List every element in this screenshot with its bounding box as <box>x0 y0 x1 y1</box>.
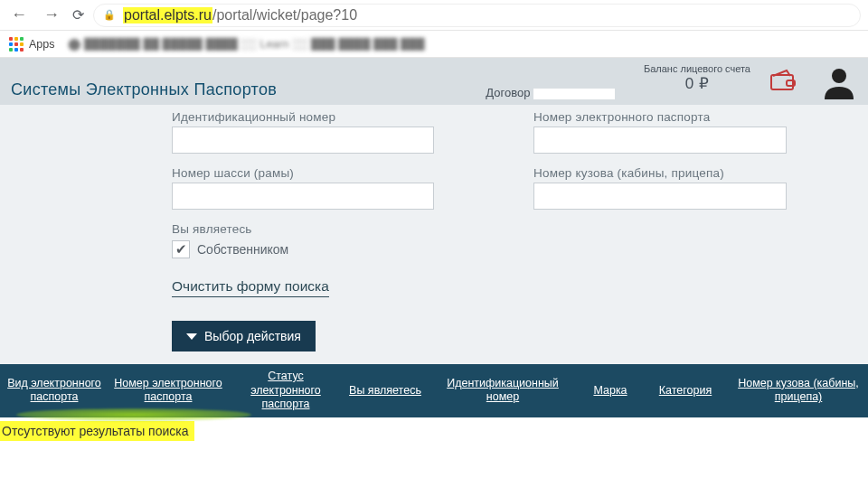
apps-icon <box>9 37 24 52</box>
results-table: Вид электронного паспорта Номер электрон… <box>0 364 868 417</box>
label-epass-number: Номер электронного паспорта <box>533 110 787 124</box>
input-epass-number[interactable] <box>533 127 787 154</box>
forward-button[interactable]: → <box>40 4 63 26</box>
th-id[interactable]: Идентификационный номер <box>427 377 579 405</box>
wallet-icon[interactable] <box>770 69 797 96</box>
th-kind[interactable]: Вид электронного паспорта <box>0 377 108 405</box>
bookmarks-bar: Apps ⬤ ███████ ██ █████ ████ ░░ Learn ░░… <box>0 31 868 58</box>
balance-value: 0 ₽ <box>644 74 750 93</box>
search-form: Идентификационный номер Номер электронно… <box>0 105 868 314</box>
profile-avatar[interactable] <box>821 63 857 103</box>
svg-point-2 <box>832 69 846 83</box>
th-you-are[interactable]: Вы являетесь <box>344 384 427 398</box>
choose-action-label: Выбор действия <box>204 329 301 343</box>
bookmark-item[interactable]: ⬤ ███████ ██ █████ ████ ░░ Learn ░░ ███ … <box>68 37 425 51</box>
lock-icon: 🔒 <box>103 9 116 21</box>
contract-label: Договор <box>486 86 615 99</box>
label-id-number: Идентификационный номер <box>172 110 434 124</box>
address-bar[interactable]: 🔒 portal.elpts.ru/portal/wicket/page?10 <box>93 4 861 27</box>
svg-rect-0 <box>771 75 793 89</box>
label-chassis: Номер шасси (рамы) <box>172 166 434 180</box>
account-balance: Баланс лицевого счета 0 ₽ <box>644 63 750 93</box>
clear-form-link[interactable]: Очистить форму поиска <box>172 278 329 297</box>
site-header: Системы Электронных Паспортов Договор Ба… <box>0 58 868 105</box>
field-chassis: Номер шасси (рамы) <box>172 166 434 210</box>
field-epass-number: Номер электронного паспорта <box>533 110 787 154</box>
back-button[interactable]: ← <box>7 4 31 26</box>
th-status[interactable]: Статус электронного паспорта <box>228 370 344 412</box>
site-title: Системы Электронных Паспортов <box>11 80 277 99</box>
label-body: Номер кузова (кабины, прицепа) <box>533 166 787 180</box>
table-header-row: Вид электронного паспорта Номер электрон… <box>0 364 868 417</box>
checkbox-owner[interactable]: ✔ <box>172 240 190 258</box>
balance-label: Баланс лицевого счета <box>644 63 750 74</box>
checkbox-owner-label: Собственником <box>197 242 288 257</box>
results-body: Отсутствуют результаты поиска <box>0 417 868 445</box>
url-host: portal.elpts.ru <box>123 7 212 23</box>
input-id-number[interactable] <box>172 127 434 154</box>
input-body[interactable] <box>533 183 787 210</box>
check-icon: ✔ <box>175 241 187 258</box>
label-you-are: Вы являетесь <box>172 222 434 236</box>
reload-button[interactable]: ⟳ <box>72 6 84 23</box>
field-you-are: Вы являетесь ✔ Собственником <box>172 222 434 258</box>
field-body: Номер кузова (кабины, прицепа) <box>533 166 787 210</box>
chevron-down-icon <box>186 333 197 340</box>
th-body-number[interactable]: Номер кузова (кабины, прицепа) <box>729 377 868 405</box>
th-number[interactable]: Номер электронного паспорта <box>108 377 228 405</box>
apps-button[interactable]: Apps <box>9 37 55 52</box>
th-category[interactable]: Категория <box>642 384 729 398</box>
choose-action-button[interactable]: Выбор действия <box>172 321 316 351</box>
action-bar: Выбор действия <box>0 321 868 351</box>
input-chassis[interactable] <box>172 183 434 210</box>
no-results-message: Отсутствуют результаты поиска <box>0 421 194 441</box>
browser-toolbar: ← → ⟳ 🔒 portal.elpts.ru/portal/wicket/pa… <box>0 0 868 31</box>
contract-redacted <box>533 89 615 99</box>
page-body: Идентификационный номер Номер электронно… <box>0 105 868 364</box>
th-brand[interactable]: Марка <box>579 384 642 398</box>
url-path: /portal/wicket/page?10 <box>212 7 357 23</box>
apps-label: Apps <box>29 38 55 51</box>
field-id-number: Идентификационный номер <box>172 110 434 154</box>
